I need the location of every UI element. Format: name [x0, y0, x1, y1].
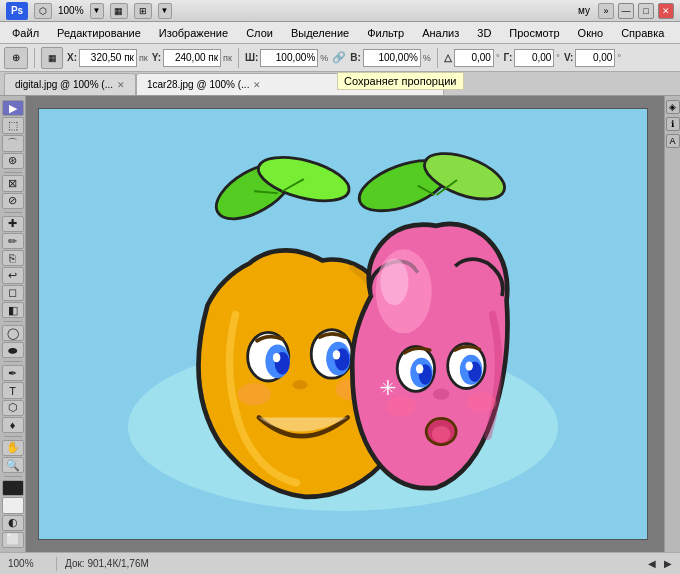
tool-type[interactable]: T	[2, 382, 24, 398]
tool-lasso[interactable]: ⌒	[2, 135, 24, 152]
main-area: ▶ ⬚ ⌒ ⊛ ⊠ ⊘ ✚ ✏ ⎘ ↩ ◻ ◧ ◯ ⬬ ✒ T ⬡ ♦ ✋ 🔍 …	[0, 96, 680, 552]
lock-icon[interactable]: 🔗	[332, 51, 346, 64]
tool-dodge[interactable]: ⬬	[2, 342, 24, 358]
menu-analyze[interactable]: Анализ	[414, 25, 467, 41]
tool-options-icon[interactable]: ⊕	[4, 47, 28, 69]
tool-move[interactable]: ▶	[2, 100, 24, 116]
tool-eyedropper[interactable]: ⊘	[2, 193, 24, 209]
tool-quick-select[interactable]: ⊛	[2, 153, 24, 169]
status-doc: Док: 901,4К/1,76М	[65, 558, 640, 569]
tool-sep-6	[4, 476, 22, 477]
status-arrow-right[interactable]: ▶	[664, 558, 672, 569]
r2-field: V: °	[564, 49, 621, 67]
tool-stamp[interactable]: ⎘	[2, 250, 24, 266]
menu-3d[interactable]: 3D	[469, 25, 499, 41]
r2-unit: °	[617, 53, 621, 63]
menu-image[interactable]: Изображение	[151, 25, 236, 41]
w-label: Ш:	[245, 52, 258, 63]
right-btn-2[interactable]: ℹ	[666, 117, 680, 131]
arrange-icon[interactable]: ⊞	[134, 3, 152, 19]
tb-mode-icon[interactable]: ⬡	[34, 3, 52, 19]
tab-digital[interactable]: digital.jpg @ 100% (... ✕	[4, 73, 136, 95]
tool-fg-color[interactable]	[2, 480, 24, 496]
canvas-inner[interactable]	[39, 109, 647, 539]
close-button[interactable]: ✕	[658, 3, 674, 19]
svg-point-13	[333, 350, 340, 359]
menu-bar: Файл Редактирование Изображение Слои Выд…	[0, 22, 680, 44]
tool-heal[interactable]: ✚	[2, 216, 24, 232]
tab-car28[interactable]: 1car28.jpg @ 100% (... ✕ Сохраняет пропо…	[136, 73, 444, 95]
angle-label: △	[444, 52, 452, 63]
divider1	[34, 48, 35, 68]
menu-help[interactable]: Справка	[613, 25, 672, 41]
y-input[interactable]	[163, 49, 221, 67]
h-input[interactable]	[363, 49, 421, 67]
r1-unit: °	[556, 53, 560, 63]
tool-crop[interactable]: ⊠	[2, 175, 24, 191]
svg-point-14	[293, 380, 308, 389]
svg-point-30	[465, 361, 472, 370]
tool-bg-color[interactable]	[2, 497, 24, 513]
svg-point-31	[433, 389, 450, 400]
tool-eraser[interactable]: ◻	[2, 285, 24, 301]
tool-brush[interactable]: ✏	[2, 233, 24, 249]
options-bar: ⊕ ▦ X: пк Y: пк Ш: % 🔗 В: % △ ° Г: ° V: …	[0, 44, 680, 72]
angle-input[interactable]	[454, 49, 494, 67]
x-input[interactable]	[79, 49, 137, 67]
tool-path[interactable]: ⬡	[2, 400, 24, 416]
right-btn-3[interactable]: A	[666, 134, 680, 148]
tool-mode[interactable]: ◐	[2, 515, 24, 531]
left-toolbar: ▶ ⬚ ⌒ ⊛ ⊠ ⊘ ✚ ✏ ⎘ ↩ ◻ ◧ ◯ ⬬ ✒ T ⬡ ♦ ✋ 🔍 …	[0, 96, 26, 552]
status-bar: 100% Док: 901,4К/1,76М ◀ ▶	[0, 552, 680, 574]
tool-sep-5	[4, 436, 22, 437]
maximize-button[interactable]: □	[638, 3, 654, 19]
tool-shape[interactable]: ♦	[2, 417, 24, 433]
tool-sep-2	[4, 212, 22, 213]
tool-hand[interactable]: ✋	[2, 440, 24, 456]
status-arrow-left[interactable]: ◀	[648, 558, 656, 569]
ps-logo: Ps	[6, 2, 28, 20]
menu-filter[interactable]: Фильтр	[359, 25, 412, 41]
svg-point-34	[386, 396, 416, 417]
tab1-close[interactable]: ✕	[117, 80, 125, 90]
svg-point-15	[237, 383, 271, 405]
x-field: X: пк	[67, 49, 148, 67]
menu-edit[interactable]: Редактирование	[49, 25, 149, 41]
r1-input[interactable]	[514, 49, 554, 67]
right-btn-1[interactable]: ◈	[666, 100, 680, 114]
tool-history[interactable]: ↩	[2, 267, 24, 283]
divider3	[437, 48, 438, 68]
r1-label: Г:	[503, 52, 512, 63]
zoom-display: 100%	[58, 5, 84, 16]
menu-window[interactable]: Окно	[570, 25, 612, 41]
layout-icon[interactable]: ▦	[110, 3, 128, 19]
tab-bar: digital.jpg @ 100% (... ✕ 1car28.jpg @ 1…	[0, 72, 680, 96]
qr-icon[interactable]: ▦	[41, 47, 63, 69]
menu-layers[interactable]: Слои	[238, 25, 281, 41]
tool-gradient[interactable]: ◧	[2, 302, 24, 318]
angle-field: △ °	[444, 49, 500, 67]
zoom-dropdown[interactable]: ▼	[90, 3, 104, 19]
panel-label: му	[578, 5, 590, 16]
tool-marquee[interactable]: ⬚	[2, 117, 24, 133]
w-input[interactable]	[260, 49, 318, 67]
arrange-dropdown[interactable]: ▼	[158, 3, 172, 19]
extras-btn[interactable]: »	[598, 3, 614, 19]
tool-zoom[interactable]: 🔍	[2, 457, 24, 473]
tool-screen[interactable]: ⬜	[2, 532, 24, 548]
svg-point-33	[432, 426, 451, 443]
tool-blur[interactable]: ◯	[2, 325, 24, 341]
status-zoom: 100%	[8, 558, 48, 569]
tool-pen[interactable]: ✒	[2, 365, 24, 381]
menu-file[interactable]: Файл	[4, 25, 47, 41]
x-unit: пк	[139, 53, 148, 63]
menu-select[interactable]: Выделение	[283, 25, 357, 41]
tab2-close[interactable]: ✕	[253, 80, 261, 90]
tab-tooltip: Сохраняет пропорции	[337, 72, 464, 90]
menu-view[interactable]: Просмотр	[501, 25, 567, 41]
r2-input[interactable]	[575, 49, 615, 67]
y-label: Y:	[152, 52, 161, 63]
minimize-button[interactable]: —	[618, 3, 634, 19]
tool-sep-1	[4, 172, 22, 173]
divider2	[238, 48, 239, 68]
